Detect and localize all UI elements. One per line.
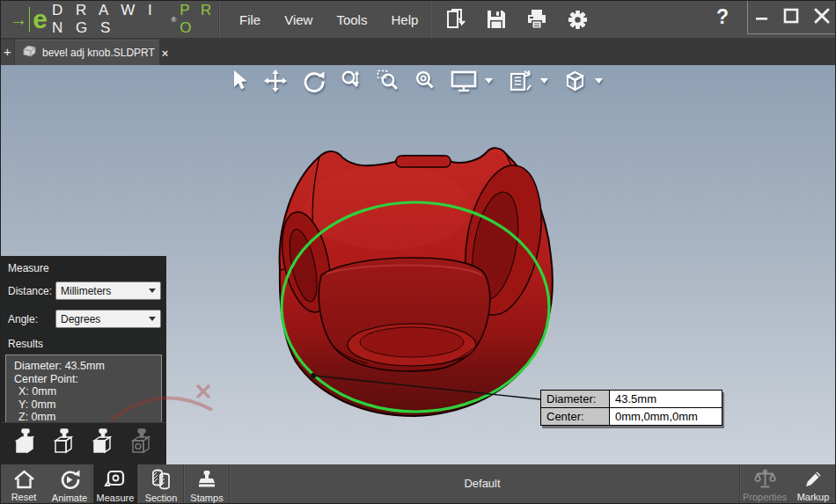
- view-orientation-dropdown-icon[interactable]: [540, 78, 548, 84]
- settings-gear-icon[interactable]: [567, 9, 589, 31]
- logo-name: D R A W I N G S: [52, 2, 171, 37]
- new-tab-button[interactable]: +: [1, 40, 14, 65]
- full-screen-icon[interactable]: [451, 69, 477, 93]
- angle-units-value: Degrees: [61, 313, 100, 325]
- measure-edge-icon[interactable]: [52, 428, 77, 458]
- menu-tools[interactable]: Tools: [336, 12, 367, 27]
- measure-button[interactable]: Measure: [92, 464, 138, 504]
- measure-origin-disabled-icon: [129, 428, 154, 458]
- rotate-icon[interactable]: [302, 69, 326, 93]
- result-center-point: Center Point:: [14, 373, 156, 386]
- measure-anchor-point: [311, 373, 316, 378]
- result-diameter: Diameter: 43.5mm: [14, 360, 156, 373]
- chevron-down-icon: [149, 317, 156, 321]
- measure-face-icon[interactable]: [91, 428, 115, 458]
- view-toolbar: [230, 69, 603, 93]
- separator: [183, 464, 184, 504]
- measure-label: Measure: [97, 493, 135, 503]
- callout-center-label: Center:: [541, 407, 609, 425]
- tab-bevel-adj-knob[interactable]: bevel adj knob.SLDPRT ×: [15, 40, 159, 65]
- open-icon[interactable]: [444, 8, 467, 31]
- section-label: Section: [145, 493, 178, 503]
- menu-file[interactable]: File: [239, 12, 260, 27]
- tab-label: bevel adj knob.SLDPRT: [42, 47, 155, 59]
- reset-label: Reset: [11, 492, 37, 502]
- zoom-to-area-icon[interactable]: [377, 69, 400, 92]
- zoom-to-fit-icon[interactable]: [414, 69, 436, 92]
- menu-help[interactable]: Help: [391, 12, 418, 27]
- isometric-view-dropdown-icon[interactable]: [595, 78, 603, 84]
- markup-button[interactable]: Markup: [791, 464, 835, 504]
- tab-close-icon[interactable]: ×: [162, 47, 169, 60]
- window-controls: [747, 1, 836, 34]
- menu-view[interactable]: View: [284, 12, 312, 27]
- close-icon[interactable]: [814, 8, 830, 27]
- reset-button[interactable]: Reset: [1, 464, 47, 504]
- edrawings-logo: → e D R A W I N G S ® P R O: [1, 1, 219, 38]
- chevron-down-icon: [149, 289, 156, 293]
- markup-label: Markup: [797, 492, 830, 502]
- stamps-label: Stamps: [190, 493, 223, 503]
- stamp-icon: [195, 468, 218, 491]
- configuration-name: Default: [464, 477, 500, 490]
- maximize-icon[interactable]: [783, 8, 799, 27]
- help-icon[interactable]: ?: [716, 5, 729, 29]
- full-screen-dropdown-icon[interactable]: [485, 78, 493, 84]
- title-bar: → e D R A W I N G S ® P R O File View To…: [1, 1, 836, 38]
- logo-e: e: [33, 8, 48, 31]
- view-orientation-icon[interactable]: [508, 69, 532, 93]
- measurement-callout: Diameter: 43.5mm Center: 0mm,0mm,0mm: [540, 390, 722, 426]
- minimize-icon[interactable]: [755, 9, 769, 26]
- distance-label: Distance:: [8, 285, 55, 297]
- logo-edition: P R O: [180, 2, 219, 37]
- properties-button: Properties: [740, 464, 789, 504]
- logo-bar: [29, 7, 30, 32]
- result-y: Y: 0mm: [14, 398, 156, 412]
- result-x: X: 0mm: [14, 385, 156, 398]
- measure-panel-title: Measure: [1, 256, 166, 280]
- measure-tape-icon: [104, 468, 127, 491]
- separator: [92, 464, 92, 504]
- section-button[interactable]: Section: [138, 464, 184, 504]
- animate-label: Animate: [52, 493, 87, 503]
- distance-units-value: Millimeters: [61, 285, 111, 297]
- stamps-button[interactable]: Stamps: [184, 464, 230, 504]
- save-icon[interactable]: [486, 9, 507, 30]
- distance-units-select[interactable]: Millimeters: [55, 281, 161, 300]
- home-icon: [12, 468, 36, 490]
- isometric-view-icon[interactable]: [563, 69, 587, 93]
- part-file-icon: [22, 45, 37, 61]
- measure-panel: Measure Distance: Millimeters Angle: Deg…: [1, 256, 166, 464]
- measure-point-to-point-icon[interactable]: [13, 428, 38, 458]
- edrawings-window: → e D R A W I N G S ® P R O File View To…: [0, 0, 836, 504]
- scales-icon: [753, 468, 777, 490]
- animate-button[interactable]: Animate: [47, 464, 92, 504]
- zoom-icon[interactable]: [341, 69, 362, 92]
- properties-label: Properties: [743, 492, 787, 502]
- animate-icon: [58, 468, 81, 491]
- quick-toolbar: [431, 8, 589, 31]
- angle-label: Angle:: [8, 313, 55, 325]
- separator: [229, 464, 230, 504]
- results-label: Results: [1, 336, 166, 354]
- distance-units-row: Distance: Millimeters: [1, 280, 166, 302]
- callout-diameter-label: Diameter:: [541, 391, 609, 407]
- logo-registered-mark: ®: [171, 16, 176, 24]
- angle-units-row: Angle: Degrees: [1, 308, 166, 330]
- bottom-toolbar: Reset Animate Measure Section Stamps Def…: [1, 464, 836, 504]
- logo-arrow-icon: →: [10, 10, 27, 30]
- separator: [137, 464, 138, 504]
- tab-bar: + bevel adj knob.SLDPRT ×: [1, 38, 836, 65]
- measure-tool-icons: [1, 422, 166, 463]
- pan-icon[interactable]: [264, 69, 287, 92]
- callout-diameter-value: 43.5mm: [609, 391, 722, 407]
- pencil-icon: [803, 468, 825, 490]
- callout-center-value: 0mm,0mm,0mm: [609, 407, 722, 425]
- section-icon: [150, 468, 172, 491]
- angle-units-select[interactable]: Degrees: [55, 310, 161, 328]
- results-box: Diameter: 43.5mm Center Point: X: 0mm Y:…: [5, 354, 162, 423]
- callout-center-row: Center: 0mm,0mm,0mm: [541, 407, 722, 425]
- print-icon[interactable]: [525, 8, 548, 31]
- callout-diameter-row: Diameter: 43.5mm: [541, 391, 722, 407]
- select-icon[interactable]: [230, 69, 249, 92]
